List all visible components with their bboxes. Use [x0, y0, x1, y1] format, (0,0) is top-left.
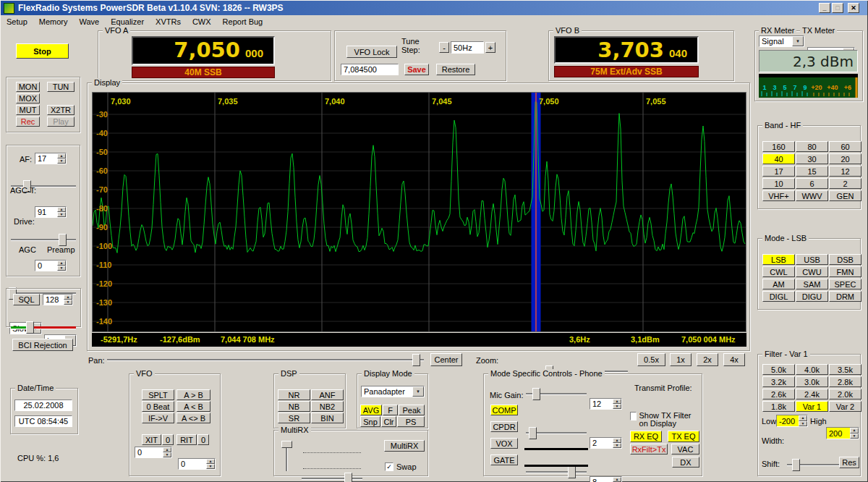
mut-button[interactable]: MUT [16, 105, 40, 115]
filter-low-spinner[interactable]: -200 ▲▼ [776, 415, 808, 427]
band-17-button[interactable]: 17 [762, 166, 795, 177]
filter-30k-button[interactable]: 3.0k [796, 376, 828, 387]
nb-button[interactable]: NB [278, 401, 310, 412]
filter-40k-button[interactable]: 4.0k [796, 364, 828, 375]
spinner-arrows-icon[interactable]: ▲▼ [57, 207, 66, 217]
mode-digu-button[interactable]: DIGU [796, 291, 828, 302]
swap-checkbox[interactable]: ✓ Swap [385, 462, 417, 471]
multirx-gain-slider[interactable] [300, 473, 364, 482]
pan-slider[interactable] [106, 354, 425, 365]
restore-button[interactable]: Restore [436, 64, 475, 75]
mon-button[interactable]: MON [16, 82, 40, 92]
save-button[interactable]: Save [404, 64, 429, 75]
stop-button[interactable]: Stop [16, 43, 69, 59]
mode-sam-button[interactable]: SAM [796, 279, 828, 289]
rx-meter-select[interactable]: Signal▼ [759, 35, 804, 47]
b-to-a-button[interactable]: A < B [176, 401, 210, 412]
display-mode-select[interactable]: Panadapter▼ [361, 386, 425, 397]
f-button[interactable]: F [383, 405, 398, 415]
agct-spinner[interactable]: 91 ▲▼ [35, 206, 67, 218]
comp-button[interactable]: COMP [490, 405, 518, 415]
spinner-arrows-icon[interactable]: ▲▼ [57, 153, 66, 164]
anf-button[interactable]: ANF [311, 389, 344, 400]
bci-rejection-button[interactable]: BCI Rejection [12, 339, 73, 351]
zoom-1x-button[interactable]: 1x [670, 353, 692, 366]
spinner-arrows-icon[interactable]: ▲▼ [613, 438, 621, 448]
spinner-arrows-icon[interactable]: ▲▼ [206, 459, 215, 469]
filter-50k-button[interactable]: 5.0k [762, 364, 795, 375]
mode-lsb-button[interactable]: LSB [762, 254, 795, 265]
filter-26k-button[interactable]: 2.6k [762, 389, 795, 399]
tune-step-value[interactable]: 50Hz [451, 41, 484, 54]
mode-am-button[interactable]: AM [762, 279, 795, 289]
dx-button[interactable]: DX [672, 457, 699, 468]
a-swap-b-button[interactable]: A <> B [176, 413, 210, 423]
mode-cwl-button[interactable]: CWL [762, 266, 795, 277]
comp-slider[interactable] [524, 427, 588, 438]
band-gen-button[interactable]: GEN [829, 190, 861, 201]
rx-eq-button[interactable]: RX EQ [630, 431, 662, 442]
filter-18k-button[interactable]: 1.8k [762, 401, 795, 412]
multirx-pan-vslider[interactable] [281, 439, 292, 473]
cpdr-slider[interactable] [524, 466, 588, 477]
agct-slider[interactable] [9, 234, 77, 245]
zoom-4x-button[interactable]: 4x [723, 353, 745, 366]
x2tr-button[interactable]: X2TR [47, 105, 75, 115]
band-wwv-button[interactable]: WWV [796, 190, 828, 201]
filter-35k-button[interactable]: 3.5k [829, 364, 861, 375]
play-button[interactable]: Play [47, 117, 75, 127]
peak-button[interactable]: Peak [399, 405, 425, 415]
filter-24k-button[interactable]: 2.4k [796, 389, 828, 399]
frequency-entry-field[interactable]: 7,084500 [341, 64, 399, 75]
band-20-button[interactable]: 20 [829, 153, 861, 164]
vfo-b-frequency-display[interactable]: 3,703 040 [554, 36, 699, 64]
mode-dsb-button[interactable]: DSB [829, 254, 861, 265]
menu-equalizer[interactable]: Equalizer [105, 17, 150, 27]
sql-spinner[interactable]: 128 ▲▼ [43, 294, 73, 305]
bin-button[interactable]: BIN [311, 413, 344, 423]
spinner-arrows-icon[interactable]: ▲▼ [163, 447, 171, 457]
close-button[interactable]: ✕ [848, 3, 859, 13]
rxfilt-to-tx-button[interactable]: RxFilt>Tx [630, 444, 668, 454]
multirx-button[interactable]: MultiRX [384, 440, 425, 452]
band-2-button[interactable]: 2 [829, 178, 861, 189]
tx-eq-button[interactable]: TX EQ [668, 431, 699, 442]
vfo-lock-button[interactable]: VFO Lock [346, 46, 397, 58]
spinner-arrows-icon[interactable]: ▲▼ [57, 261, 66, 271]
zero-beat-button[interactable]: 0 Beat [142, 401, 174, 412]
filter-reset-button[interactable]: Res [839, 457, 859, 468]
filter-28k-button[interactable]: 2.8k [829, 376, 861, 387]
zoom-05x-button[interactable]: 0.5x [637, 353, 665, 366]
maximize-button[interactable]: □ [832, 3, 843, 13]
gate-button[interactable]: GATE [490, 454, 518, 465]
vfo-a-frequency-display[interactable]: 7,050 000 [132, 36, 275, 65]
sql-slider[interactable] [9, 321, 77, 332]
spinner-arrows-icon[interactable]: ▲▼ [613, 399, 621, 409]
mox-button[interactable]: MOX [16, 93, 40, 103]
cpdr-spinner[interactable]: 8 ▲▼ [590, 476, 622, 482]
mic-gain-spinner[interactable]: 12 ▲▼ [590, 398, 622, 410]
if-to-vfo-button[interactable]: IF->V [142, 413, 174, 423]
filter-high-spinner[interactable]: 200 ▲▼ [826, 427, 859, 439]
band-80-button[interactable]: 80 [796, 141, 828, 152]
mode-spec-button[interactable]: SPEC [829, 279, 861, 289]
menu-wave[interactable]: Wave [73, 17, 105, 27]
xit-button[interactable]: XIT [142, 434, 161, 445]
filter-20k-button[interactable]: 2.0k [829, 389, 861, 399]
tun-button[interactable]: TUN [47, 82, 75, 92]
nb2-button[interactable]: NB2 [311, 401, 344, 412]
sr-button[interactable]: SR [278, 413, 310, 423]
band-10-button[interactable]: 10 [762, 178, 795, 189]
band-160-button[interactable]: 160 [762, 141, 795, 152]
ps-button[interactable]: PS [397, 416, 425, 427]
af-spinner[interactable]: 17 ▲▼ [35, 153, 67, 164]
comp-spinner[interactable]: 2 ▲▼ [590, 437, 622, 449]
mode-digl-button[interactable]: DIGL [762, 291, 795, 302]
minimize-button[interactable]: _ [819, 3, 830, 13]
filter-32k-button[interactable]: 3.2k [762, 376, 795, 387]
xit-spinner[interactable]: 0 ▲▼ [135, 447, 172, 458]
rit-spinner[interactable]: 0 ▲▼ [178, 458, 216, 470]
mode-fmn-button[interactable]: FMN [829, 266, 861, 277]
band-60-button[interactable]: 60 [829, 141, 861, 152]
panadapter-display[interactable]: 7,0307,0357,0407,0457,0507,055-30-40-50-… [92, 92, 746, 332]
